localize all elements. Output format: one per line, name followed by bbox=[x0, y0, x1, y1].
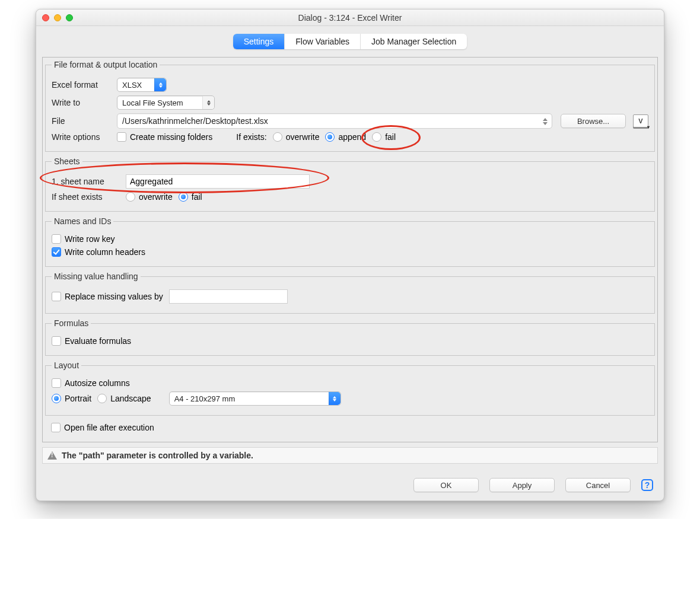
if-exists-append-radio[interactable]: append bbox=[325, 132, 366, 142]
if-sheet-exists-label: If sheet exists bbox=[52, 192, 126, 202]
tab-bar: Settings Flow Variables Job Manager Sele… bbox=[233, 34, 467, 49]
help-icon[interactable]: ? bbox=[641, 479, 653, 491]
excel-format-label: Excel format bbox=[52, 80, 117, 90]
open-file-after-execution-checkbox[interactable]: Open file after execution bbox=[51, 423, 154, 432]
excel-format-select[interactable]: XLSX bbox=[117, 78, 167, 92]
tab-settings[interactable]: Settings bbox=[233, 34, 285, 49]
if-exists-append-label: append bbox=[338, 132, 366, 142]
file-label: File bbox=[52, 116, 117, 126]
write-row-key-label: Write row key bbox=[65, 234, 115, 244]
status-message-text: The "path" parameter is controlled by a … bbox=[62, 451, 253, 460]
group-layout: Layout Autosize columns Portrait Landsca… bbox=[45, 361, 655, 416]
ok-button[interactable]: OK bbox=[413, 478, 479, 492]
group-file-format: File format & output location Excel form… bbox=[45, 60, 655, 152]
chevron-updown-icon bbox=[541, 116, 549, 127]
evaluate-formulas-label: Evaluate formulas bbox=[65, 336, 131, 346]
write-to-select[interactable]: Local File System bbox=[117, 95, 215, 110]
create-missing-folders-label: Create missing folders bbox=[130, 132, 212, 142]
group-missing-value: Missing value handling Replace missing v… bbox=[45, 272, 655, 314]
sheet-name-label: 1. sheet name bbox=[52, 177, 126, 186]
orientation-portrait-label: Portrait bbox=[65, 394, 91, 403]
write-to-value: Local File System bbox=[122, 98, 202, 107]
autosize-columns-label: Autosize columns bbox=[65, 378, 130, 388]
paper-size-value: A4 - 210x297 mm bbox=[174, 394, 329, 403]
replace-missing-checkbox[interactable]: Replace missing values by bbox=[52, 292, 163, 301]
sheet-overwrite-radio[interactable]: overwrite bbox=[126, 192, 173, 202]
group-names-ids: Names and IDs Write row key Write column… bbox=[45, 216, 655, 267]
open-file-after-execution-label: Open file after execution bbox=[64, 423, 154, 432]
orientation-portrait-radio[interactable]: Portrait bbox=[52, 394, 91, 403]
group-file-format-legend: File format & output location bbox=[52, 60, 160, 69]
group-names-ids-legend: Names and IDs bbox=[52, 216, 113, 226]
if-exists-label: If exists: bbox=[236, 132, 266, 142]
status-message-strip: The "path" parameter is controlled by a … bbox=[42, 447, 658, 464]
browse-button[interactable]: Browse... bbox=[561, 114, 626, 128]
orientation-landscape-label: Landscape bbox=[110, 394, 151, 403]
write-row-key-checkbox[interactable]: Write row key bbox=[52, 234, 115, 244]
sheet-overwrite-label: overwrite bbox=[139, 192, 173, 202]
autosize-columns-checkbox[interactable]: Autosize columns bbox=[52, 378, 130, 388]
sheet-fail-radio[interactable]: fail bbox=[179, 192, 202, 202]
write-column-headers-label: Write column headers bbox=[65, 247, 145, 257]
excel-format-value: XLSX bbox=[122, 81, 154, 90]
write-column-headers-checkbox[interactable]: Write column headers bbox=[52, 247, 145, 257]
flow-variable-icon[interactable]: V bbox=[633, 114, 648, 127]
sheet-name-input[interactable] bbox=[126, 174, 310, 189]
if-exists-fail-label: fail bbox=[385, 132, 396, 142]
titlebar: Dialog - 3:124 - Excel Writer bbox=[36, 9, 664, 26]
evaluate-formulas-checkbox[interactable]: Evaluate formulas bbox=[52, 336, 131, 346]
chevron-updown-icon bbox=[154, 78, 166, 91]
write-to-label: Write to bbox=[52, 98, 117, 107]
group-formulas-legend: Formulas bbox=[52, 318, 91, 328]
replace-missing-input[interactable] bbox=[169, 289, 288, 304]
if-exists-overwrite-radio[interactable]: overwrite bbox=[273, 132, 320, 142]
warning-icon bbox=[47, 451, 57, 460]
chevron-updown-icon bbox=[329, 392, 341, 405]
tab-job-manager[interactable]: Job Manager Selection bbox=[361, 34, 467, 49]
file-path-value: /Users/kathrinmelcher/Desktop/test.xlsx bbox=[122, 116, 268, 126]
orientation-landscape-radio[interactable]: Landscape bbox=[97, 394, 151, 403]
sheet-fail-label: fail bbox=[192, 192, 202, 202]
group-missing-value-legend: Missing value handling bbox=[52, 272, 141, 281]
window-title: Dialog - 3:124 - Excel Writer bbox=[36, 13, 664, 23]
paper-size-select[interactable]: A4 - 210x297 mm bbox=[169, 391, 341, 406]
cancel-button[interactable]: Cancel bbox=[565, 478, 631, 492]
group-formulas: Formulas Evaluate formulas bbox=[45, 318, 655, 356]
if-exists-fail-radio[interactable]: fail bbox=[372, 132, 396, 142]
group-sheets: Sheets 1. sheet name If sheet exists ove… bbox=[45, 157, 655, 212]
chevron-updown-icon bbox=[202, 96, 214, 109]
create-missing-folders-checkbox[interactable]: Create missing folders bbox=[117, 132, 212, 142]
group-layout-legend: Layout bbox=[52, 361, 81, 370]
group-sheets-legend: Sheets bbox=[52, 157, 82, 166]
file-path-input[interactable]: /Users/kathrinmelcher/Desktop/test.xlsx bbox=[117, 113, 552, 129]
if-exists-overwrite-label: overwrite bbox=[286, 132, 320, 142]
tab-flow-variables[interactable]: Flow Variables bbox=[285, 34, 361, 49]
replace-missing-label: Replace missing values by bbox=[65, 292, 163, 301]
write-options-label: Write options bbox=[52, 132, 117, 142]
apply-button[interactable]: Apply bbox=[489, 478, 555, 492]
